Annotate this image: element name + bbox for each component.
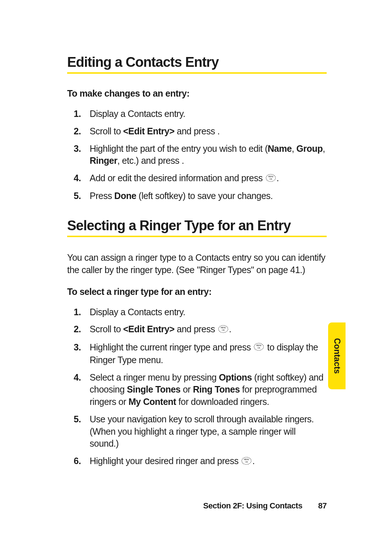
step-number: 1.: [74, 306, 81, 318]
step-item: 3. Highlight the current ringer type and…: [67, 339, 327, 369]
step-item: 5. Use your navigation key to scroll thr…: [67, 411, 327, 452]
step-text: and press: [175, 126, 217, 136]
step-text: .: [217, 126, 220, 136]
step-item: 2. Scroll to <Edit Entry> and press .: [67, 123, 327, 140]
step-text: Scroll to: [90, 324, 123, 334]
step-text: .: [252, 456, 254, 466]
step-text: ,: [323, 143, 325, 154]
step-text: , etc.) and press: [117, 155, 181, 166]
step-text: Display a Contacts entry.: [90, 109, 185, 119]
menu-ok-icon: MENUOK: [241, 456, 252, 468]
step-bold: <Edit Entry>: [123, 324, 174, 334]
step-bold: Single Tones: [127, 384, 181, 394]
step-text: Display a Contacts entry.: [90, 307, 185, 317]
subheading-make-changes: To make changes to an entry:: [67, 88, 327, 99]
step-bold: Name: [268, 143, 292, 154]
step-text: Highlight the current ringer type and pr…: [90, 342, 253, 352]
step-number: 3.: [74, 143, 81, 155]
step-bold: Done: [114, 191, 136, 201]
step-item: 2. Scroll to <Edit Entry> and press MENU…: [67, 321, 327, 338]
heading-rule: [67, 72, 327, 74]
step-text: Press: [90, 191, 114, 201]
svg-text:OK: OK: [245, 461, 248, 463]
step-text: Select a ringer menu by pressing: [90, 372, 219, 382]
step-item: 1. Display a Contacts entry.: [67, 105, 327, 123]
step-text: for downloaded ringers.: [176, 397, 269, 407]
step-number: 1.: [74, 108, 81, 120]
thumb-tab-contacts: Contacts: [328, 322, 346, 389]
svg-text:MENU: MENU: [244, 458, 249, 460]
step-item: 6. Highlight your desired ringer and pre…: [67, 452, 327, 470]
step-number: 4.: [74, 371, 81, 384]
step-number: 2.: [74, 125, 81, 138]
step-text: .: [277, 173, 279, 183]
step-number: 2.: [74, 323, 81, 336]
step-text: and press: [175, 324, 217, 334]
step-bold: <Edit Entry>: [123, 126, 174, 136]
step-item: 4. Select a ringer menu by pressing Opti…: [67, 369, 327, 411]
step-item: 4. Add or edit the desired information a…: [67, 170, 327, 187]
steps-list-ringer: 1. Display a Contacts entry. 2. Scroll t…: [67, 304, 327, 471]
svg-text:MENU: MENU: [256, 344, 262, 346]
menu-ok-icon: MENUOK: [254, 342, 264, 354]
thumb-tab-label: Contacts: [332, 338, 342, 374]
subheading-select-ringer: To select a ringer type for an entry:: [67, 287, 327, 297]
footer-section-label: Section 2F: Using Contacts: [203, 501, 302, 510]
step-text: Highlight the part of the entry you wish…: [90, 143, 268, 154]
step-text: Highlight your desired ringer and press: [90, 456, 241, 466]
heading-editing-contacts: Editing a Contacts Entry: [67, 54, 327, 70]
step-text: Scroll to: [90, 126, 123, 136]
step-item: 1. Display a Contacts entry.: [67, 304, 327, 321]
step-number: 5.: [74, 190, 81, 202]
step-bold: Ring Tones: [193, 384, 240, 394]
menu-ok-icon: MENUOK: [266, 173, 276, 185]
step-text: (left softkey) to save your changes.: [136, 191, 273, 201]
svg-text:OK: OK: [222, 329, 225, 331]
step-number: 3.: [74, 341, 81, 354]
steps-list-editing: 1. Display a Contacts entry. 2. Scroll t…: [67, 105, 327, 205]
heading-rule: [67, 236, 327, 237]
step-bold: Group: [297, 143, 323, 154]
step-text: Use your navigation key to scroll throug…: [90, 414, 314, 449]
step-text: or: [180, 384, 193, 394]
footer-page-number: 87: [318, 501, 327, 510]
svg-text:MENU: MENU: [268, 175, 274, 178]
step-text: .: [181, 155, 184, 166]
step-number: 6.: [74, 455, 81, 467]
menu-ok-icon: MENUOK: [218, 324, 228, 336]
svg-text:OK: OK: [258, 347, 261, 349]
step-item: 3. Highlight the part of the entry you w…: [67, 140, 327, 170]
intro-paragraph: You can assign a ringer type to a Contac…: [67, 252, 327, 276]
heading-selecting-ringer: Selecting a Ringer Type for an Entry: [67, 218, 327, 234]
step-item: 5. Press Done (left softkey) to save you…: [67, 187, 327, 205]
svg-text:OK: OK: [269, 178, 272, 180]
page-footer: Section 2F: Using Contacts 87: [203, 501, 327, 511]
svg-text:MENU: MENU: [221, 326, 226, 329]
step-number: 5.: [74, 413, 81, 426]
step-number: 4.: [74, 172, 81, 184]
manual-page: Editing a Contacts Entry To make changes…: [0, 0, 392, 536]
step-bold: Ringer: [90, 155, 117, 166]
step-text: .: [229, 324, 231, 334]
step-text: Add or edit the desired information and …: [90, 173, 265, 183]
step-bold: Options: [219, 372, 252, 382]
step-bold: My Content: [128, 397, 176, 407]
step-text: ,: [292, 143, 297, 154]
